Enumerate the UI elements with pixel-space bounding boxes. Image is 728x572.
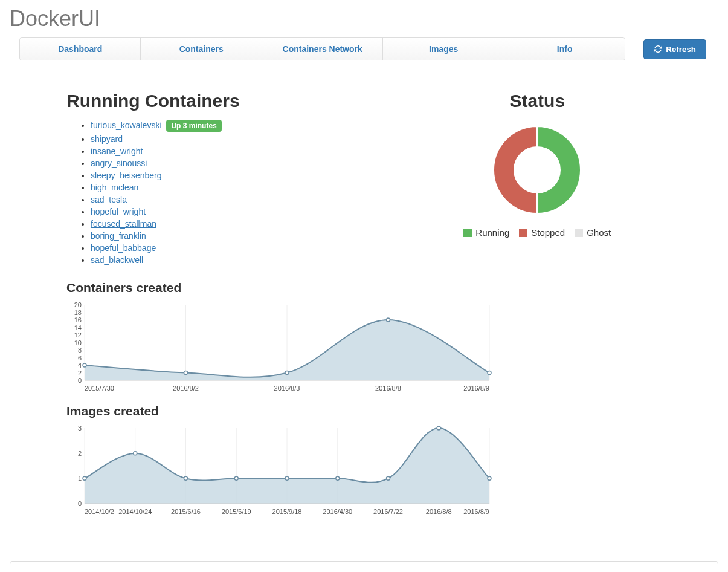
svg-text:2016/8/2: 2016/8/2 [173,385,199,392]
legend-label: Stopped [531,227,565,238]
tab-images[interactable]: Images [383,38,504,60]
svg-text:1: 1 [78,475,82,482]
svg-point-42 [134,452,137,455]
container-link[interactable]: angry_sinoussi [91,158,147,168]
donut-slice [494,126,537,213]
svg-point-21 [488,371,491,375]
svg-text:2: 2 [78,450,82,457]
svg-text:2016/8/9: 2016/8/9 [463,508,489,515]
images-created-title: Images created [66,404,492,418]
list-item: boring_franklin [91,230,381,242]
svg-point-46 [336,476,340,480]
status-legend: RunningStoppedGhost [463,227,611,238]
svg-point-47 [387,476,390,480]
page-title: DockerUI [10,6,728,31]
list-item: insane_wright [91,145,381,157]
container-link[interactable]: sad_tesla [91,195,127,204]
container-link[interactable]: sad_blackwell [91,255,143,265]
svg-point-48 [437,426,440,430]
svg-text:2016/7/22: 2016/7/22 [373,508,403,515]
container-link[interactable]: insane_wright [91,146,143,156]
container-link[interactable]: hopeful_babbage [91,243,156,253]
svg-text:0: 0 [78,500,82,507]
svg-text:2016/8/8: 2016/8/8 [375,385,401,392]
container-link[interactable]: shipyard [91,134,123,144]
main-row: Running Containers furious_kowalevski Up… [0,67,728,266]
legend-swatch [463,229,472,237]
status-donut-chart [486,119,588,221]
svg-point-49 [488,476,491,480]
legend-item: Running [463,227,509,238]
legend-swatch [519,229,527,237]
list-item: high_mclean [91,181,381,193]
svg-text:4: 4 [78,362,82,369]
nav-tabs: DashboardContainersContainers NetworkIma… [19,37,625,60]
svg-point-18 [184,371,188,375]
svg-text:3: 3 [78,424,82,432]
list-item: hopeful_babbage [91,242,381,254]
svg-text:2014/10/24: 2014/10/24 [118,508,152,515]
status-title: Status [405,91,719,111]
svg-point-44 [234,476,238,480]
svg-text:2016/8/3: 2016/8/3 [274,385,300,392]
legend-label: Ghost [587,227,611,238]
svg-text:2016/8/8: 2016/8/8 [426,508,452,515]
list-item: shipyard [91,133,381,145]
svg-text:18: 18 [74,309,82,316]
svg-text:2015/7/30: 2015/7/30 [85,385,114,392]
legend-label: Running [475,227,509,238]
footer: Docker API Version: 1.19 UI Version: v0.… [10,561,718,572]
running-column: Running Containers furious_kowalevski Up… [66,91,381,266]
container-link[interactable]: sleepy_heisenberg [91,171,162,180]
svg-text:2015/9/18: 2015/9/18 [272,508,302,515]
refresh-button[interactable]: Refresh [643,39,706,59]
container-link[interactable]: high_mclean [91,183,138,192]
list-item: sad_blackwell [91,254,381,266]
list-item: sleepy_heisenberg [91,169,381,181]
containers-created-title: Containers created [66,281,492,295]
running-list: furious_kowalevski Up 3 minutesshipyardi… [66,119,381,266]
containers-created-chart: 024681012141618202015/7/302016/8/22016/8… [66,300,492,395]
charts-area: Containers created 024681012141618202015… [0,266,501,543]
svg-text:16: 16 [74,316,82,323]
svg-point-19 [285,371,289,375]
refresh-button-label: Refresh [666,45,696,54]
container-link[interactable]: hopeful_wright [91,207,146,216]
svg-point-43 [184,476,188,480]
svg-text:2016/4/30: 2016/4/30 [323,508,352,515]
container-link[interactable]: focused_stallman [91,219,156,229]
tab-containers[interactable]: Containers [141,38,262,60]
svg-text:14: 14 [74,324,82,331]
svg-point-45 [285,476,289,480]
status-badge: Up 3 minutes [166,120,221,132]
svg-text:2015/6/16: 2015/6/16 [171,508,201,515]
topbar: DashboardContainersContainers NetworkIma… [0,37,728,67]
legend-item: Stopped [519,227,565,238]
status-column: Status RunningStoppedGhost [405,91,719,266]
tab-dashboard[interactable]: Dashboard [20,38,141,60]
legend-swatch [575,229,583,237]
donut-slice [537,126,581,213]
tab-info[interactable]: Info [504,38,625,60]
area-chart-containers: 024681012141618202015/7/302016/8/22016/8… [66,300,495,394]
svg-text:0: 0 [78,377,82,384]
svg-text:2: 2 [78,369,82,377]
svg-text:20: 20 [74,301,82,308]
running-title: Running Containers [66,91,381,111]
refresh-icon [654,45,662,53]
list-item: focused_stallman [91,218,381,230]
area-chart-images: 01232014/10/22014/10/242015/6/162015/6/1… [66,423,495,517]
svg-text:10: 10 [74,339,82,346]
svg-text:12: 12 [74,331,82,339]
svg-text:2015/6/19: 2015/6/19 [222,508,251,515]
svg-text:8: 8 [78,346,82,354]
svg-point-17 [83,363,86,367]
svg-point-41 [83,476,86,480]
list-item: hopeful_wright [91,206,381,218]
images-created-chart: 01232014/10/22014/10/242015/6/162015/6/1… [66,423,492,519]
container-link[interactable]: boring_franklin [91,231,146,241]
legend-item: Ghost [575,227,611,238]
container-link[interactable]: furious_kowalevski [91,120,162,130]
donut-wrap: RunningStoppedGhost [405,119,719,238]
tab-containers-network[interactable]: Containers Network [262,38,383,60]
